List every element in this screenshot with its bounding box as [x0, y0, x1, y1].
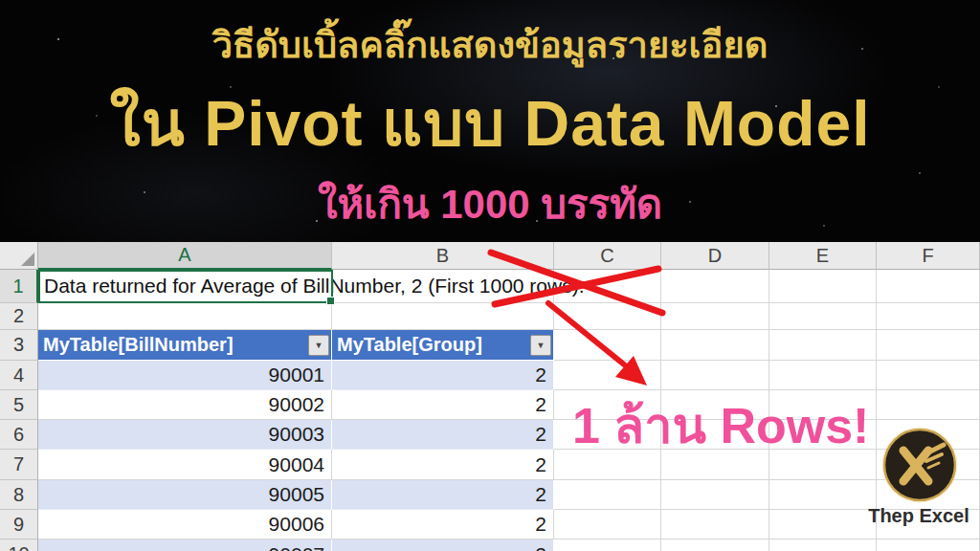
cell-B10[interactable]: 2 [332, 540, 554, 551]
cell-B8[interactable]: 2 [332, 480, 554, 510]
cell-A2[interactable] [38, 303, 332, 330]
table-header-group-label: MyTable[Group] [337, 334, 482, 356]
column-header-f[interactable]: F [877, 242, 980, 270]
starfield-decor [0, 0, 2, 2]
select-all-icon [21, 253, 34, 266]
table-header-billnumber-label: MyTable[BillNumber] [43, 334, 234, 356]
cell-A1-value: Data returned for Average of BillNumber,… [44, 270, 585, 302]
filter-dropdown-billnumber[interactable]: ▼ [308, 335, 329, 356]
filter-dropdown-icon: ▼ [537, 341, 546, 350]
cell-F5[interactable] [877, 390, 980, 420]
cell-D8[interactable] [661, 480, 769, 510]
cell-C3[interactable] [554, 330, 661, 361]
cell-F3[interactable] [877, 330, 980, 361]
cell-C10[interactable] [554, 540, 661, 551]
row-header-8[interactable]: 8 [0, 480, 38, 510]
row-header-2[interactable]: 2 [0, 303, 38, 330]
column-header-d[interactable]: D [661, 242, 769, 270]
cell-A9[interactable]: 90006 [38, 510, 332, 540]
column-header-c[interactable]: C [554, 242, 661, 270]
cell-A10[interactable]: 90007 [38, 540, 332, 551]
row-header-6[interactable]: 6 [0, 420, 38, 450]
logo-label: Thep Excel [858, 505, 980, 527]
table-header-group[interactable]: MyTable[Group] ▼ [332, 330, 554, 361]
callout-million-rows: 1 ล้าน Rows! [572, 386, 879, 465]
cell-C8[interactable] [554, 480, 661, 510]
cell-D3[interactable] [661, 330, 769, 361]
banner-title-main: ใน Pivot แบบ Data Model [0, 73, 980, 173]
cell-B2[interactable] [332, 303, 554, 330]
cell-D1[interactable] [661, 270, 769, 303]
column-header-a[interactable]: A [38, 242, 332, 270]
cell-E10[interactable] [769, 540, 877, 551]
cell-B5[interactable]: 2 [332, 390, 554, 420]
cell-B4[interactable]: 2 [332, 361, 554, 390]
cell-C9[interactable] [554, 510, 661, 540]
row-header-10[interactable]: 10 [0, 540, 38, 551]
column-header-e[interactable]: E [769, 242, 877, 270]
select-all-corner[interactable] [0, 242, 38, 270]
cell-B6[interactable]: 2 [332, 420, 554, 450]
thumbnail: วิธีดับเบิ้ลคลิ๊กแสดงข้อมูลรายะเอียด ใน … [0, 0, 980, 551]
cell-B7[interactable]: 2 [332, 450, 554, 480]
cell-E3[interactable] [769, 330, 877, 361]
row-header-1[interactable]: 1 [0, 270, 38, 303]
cell-A5[interactable]: 90002 [38, 390, 332, 420]
row-header-9[interactable]: 9 [0, 510, 38, 540]
cell-E2[interactable] [769, 303, 877, 330]
filter-dropdown-group[interactable]: ▼ [530, 335, 551, 356]
cell-B9[interactable]: 2 [332, 510, 554, 540]
cell-A7[interactable]: 90004 [38, 450, 332, 480]
table-header-billnumber[interactable]: MyTable[BillNumber] ▼ [38, 330, 332, 361]
cell-F4[interactable] [877, 361, 980, 390]
filter-dropdown-icon: ▼ [315, 341, 323, 350]
row-header-4[interactable]: 4 [0, 361, 38, 390]
row-header-5[interactable]: 5 [0, 390, 38, 420]
row-header-3[interactable]: 3 [0, 330, 38, 361]
cell-A4[interactable]: 90001 [38, 361, 332, 390]
row-header-7[interactable]: 7 [0, 450, 38, 480]
cell-D2[interactable] [661, 303, 769, 330]
cell-F10[interactable] [877, 540, 980, 551]
thep-excel-logo [881, 427, 958, 503]
cell-D9[interactable] [661, 510, 769, 540]
banner-subtitle-top: วิธีดับเบิ้ลคลิ๊กแสดงข้อมูลรายะเอียด [0, 15, 980, 74]
title-banner: วิธีดับเบิ้ลคลิ๊กแสดงข้อมูลรายะเอียด ใน … [0, 0, 980, 242]
cell-A6[interactable]: 90003 [38, 420, 332, 450]
cell-F2[interactable] [877, 303, 980, 330]
cell-A8[interactable]: 90005 [38, 480, 332, 510]
column-header-b[interactable]: B [332, 242, 554, 270]
cell-D10[interactable] [661, 540, 769, 551]
cell-E1[interactable] [769, 270, 877, 303]
cell-C2[interactable] [554, 303, 661, 330]
banner-subtitle-bottom: ให้เกิน 1000 บรรทัด [0, 172, 980, 235]
cell-F1[interactable] [877, 270, 980, 303]
